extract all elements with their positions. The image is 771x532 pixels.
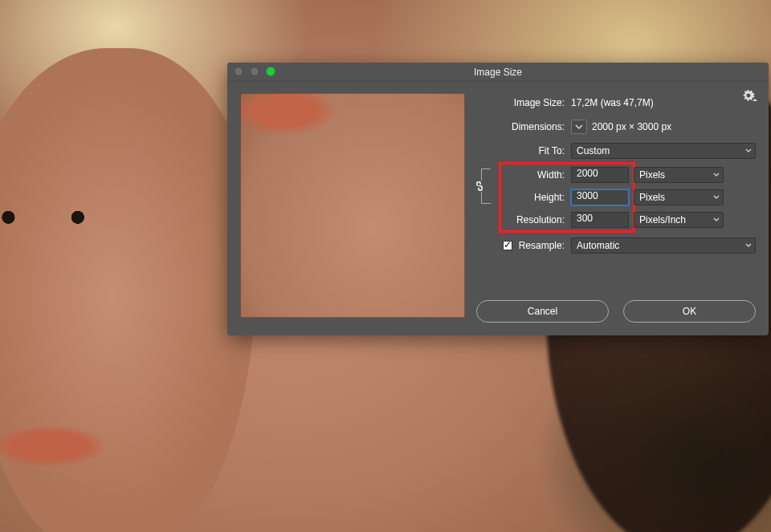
image-size-value: 17,2M (was 47,7M) bbox=[571, 97, 654, 108]
traffic-lights bbox=[234, 67, 275, 76]
chevron-down-icon bbox=[745, 148, 752, 154]
fit-to-value: Custom bbox=[577, 145, 610, 156]
chevron-down-icon bbox=[745, 242, 752, 249]
chevron-down-icon bbox=[713, 194, 720, 201]
constrain-link[interactable] bbox=[476, 167, 497, 205]
chevron-down-icon bbox=[713, 172, 720, 178]
resolution-input[interactable]: 300 bbox=[571, 212, 629, 228]
ok-button[interactable]: OK bbox=[623, 300, 756, 323]
width-input[interactable]: 2000 bbox=[571, 167, 629, 183]
resolution-unit-value: Pixels/Inch bbox=[639, 214, 686, 225]
width-unit-value: Pixels bbox=[639, 169, 665, 181]
link-icon bbox=[475, 181, 484, 192]
preview-thumbnail[interactable] bbox=[240, 93, 465, 318]
dialog-title: Image Size bbox=[474, 67, 522, 78]
zoom-window-button[interactable] bbox=[266, 67, 275, 76]
resample-select[interactable]: Automatic bbox=[571, 238, 756, 254]
fit-to-label: Fit To: bbox=[476, 145, 571, 156]
height-label: Height: bbox=[500, 192, 571, 203]
close-window-button[interactable] bbox=[234, 67, 243, 76]
gear-icon[interactable] bbox=[743, 90, 757, 101]
dimensions-unit-button[interactable] bbox=[571, 120, 587, 134]
cancel-button[interactable]: Cancel bbox=[476, 300, 609, 323]
image-size-label: Image Size: bbox=[476, 97, 571, 108]
minimize-window-button[interactable] bbox=[250, 67, 259, 76]
dimensions-label: Dimensions: bbox=[476, 121, 571, 132]
dialog-titlebar[interactable]: Image Size bbox=[227, 63, 769, 82]
dimensions-value: 2000 px × 3000 px bbox=[592, 121, 671, 132]
resolution-unit-select[interactable]: Pixels/Inch bbox=[634, 212, 724, 228]
image-size-dialog: Image Size Image Size: 17,2M (was 47,7M)… bbox=[227, 63, 769, 335]
resample-label: Resample: bbox=[519, 240, 565, 251]
fit-to-select[interactable]: Custom bbox=[571, 143, 756, 159]
resolution-label: Resolution: bbox=[500, 214, 571, 225]
width-label: Width: bbox=[500, 169, 571, 181]
height-unit-select[interactable]: Pixels bbox=[634, 189, 724, 205]
resample-value: Automatic bbox=[577, 240, 619, 251]
width-unit-select[interactable]: Pixels bbox=[634, 167, 724, 183]
height-unit-value: Pixels bbox=[639, 192, 665, 203]
chevron-down-icon bbox=[713, 217, 720, 223]
resample-checkbox[interactable] bbox=[503, 241, 512, 250]
height-input[interactable]: 3000 bbox=[571, 189, 629, 205]
